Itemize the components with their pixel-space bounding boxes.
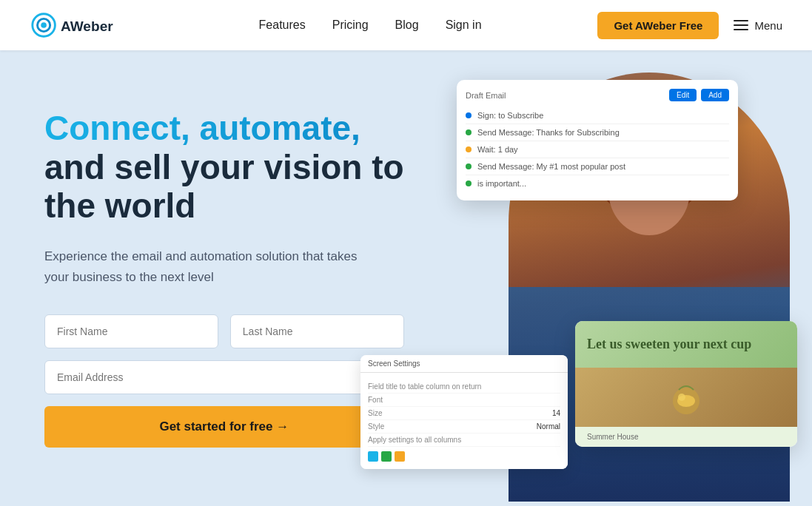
email-card-image bbox=[575, 368, 797, 427]
swatch-blue bbox=[368, 451, 378, 462]
editor-title: Screen Settings bbox=[368, 360, 420, 368]
menu-button[interactable]: Menu bbox=[734, 19, 782, 32]
svg-text:AWeber: AWeber bbox=[61, 18, 113, 34]
hero-title: Connect, automate, and sell your vision … bbox=[44, 109, 404, 226]
navbar: AWeber Features Pricing Blog Sign in Get… bbox=[0, 0, 812, 50]
nav-right: Get AWeber Free Menu bbox=[597, 12, 782, 39]
email-input[interactable] bbox=[44, 360, 404, 394]
editor-label-font: Font bbox=[368, 396, 383, 404]
hero-title-line1: Connect, automate, bbox=[44, 109, 360, 147]
nav-blog[interactable]: Blog bbox=[395, 18, 419, 32]
last-name-input[interactable] bbox=[230, 314, 404, 348]
editor-label-size: Size bbox=[368, 409, 382, 417]
seq-dot-3 bbox=[466, 146, 472, 152]
editor-val-size: 14 bbox=[552, 409, 560, 417]
editor-panel-card: Screen Settings Field title to table col… bbox=[360, 355, 568, 469]
svg-point-2 bbox=[41, 22, 47, 28]
email-card-footer: Summer House bbox=[575, 427, 797, 447]
first-name-input[interactable] bbox=[44, 314, 218, 348]
get-started-button[interactable]: Get started for free → bbox=[44, 406, 404, 448]
name-fields-row bbox=[44, 314, 404, 348]
seq-row-2: Send Message: Thanks for Subscribing bbox=[466, 124, 729, 141]
editor-content: Field title to table column on return Fo… bbox=[360, 373, 568, 469]
editor-val-style: Normal bbox=[537, 422, 560, 431]
nav-links: Features Pricing Blog Sign in bbox=[259, 18, 482, 32]
editor-row-3: Size 14 bbox=[368, 407, 560, 420]
hero-content: Connect, automate, and sell your vision … bbox=[44, 109, 404, 493]
editor-row-5: Apply settings to all columns bbox=[368, 434, 560, 447]
hero-image-area: Draft Email Edit Add Sign: to Subscribe … bbox=[397, 50, 812, 506]
seq-row-4: Send Message: My #1 most popular post bbox=[466, 158, 729, 175]
seq-label-4: Send Message: My #1 most popular post bbox=[477, 162, 625, 171]
hero-title-line3: the world bbox=[44, 186, 195, 225]
seq-dot-2 bbox=[466, 129, 472, 135]
seq-label-5: is important... bbox=[477, 179, 526, 188]
seq-row-1: Sign: to Subscribe bbox=[466, 107, 729, 124]
card-label: Draft Email bbox=[466, 91, 506, 100]
seq-label-3: Wait: 1 day bbox=[477, 145, 518, 154]
menu-label: Menu bbox=[754, 19, 782, 32]
add-button[interactable]: Add bbox=[701, 89, 729, 101]
color-swatches bbox=[368, 451, 560, 462]
svg-point-6 bbox=[678, 394, 685, 401]
editor-label-style: Style bbox=[368, 422, 384, 431]
editor-row-2: Font bbox=[368, 394, 560, 407]
swatch-orange bbox=[395, 451, 405, 462]
editor-toolbar: Screen Settings bbox=[360, 355, 568, 373]
nav-features[interactable]: Features bbox=[259, 18, 306, 32]
automation-sequence-card: Draft Email Edit Add Sign: to Subscribe … bbox=[457, 80, 738, 200]
editor-label-apply: Apply settings to all columns bbox=[368, 436, 461, 444]
hero-title-line2: and sell your vision to bbox=[44, 148, 404, 186]
seq-label-1: Sign: to Subscribe bbox=[477, 111, 543, 120]
seq-row-5: is important... bbox=[466, 175, 729, 192]
logo-svg: AWeber bbox=[30, 10, 143, 41]
tea-illustration bbox=[664, 375, 708, 419]
seq-dot-4 bbox=[466, 163, 472, 169]
editor-row-1: Field title to table column on return bbox=[368, 380, 560, 394]
editor-row-4: Style Normal bbox=[368, 420, 560, 434]
seq-row-3: Wait: 1 day bbox=[466, 141, 729, 158]
hero-section: Connect, automate, and sell your vision … bbox=[0, 50, 812, 506]
seq-label-2: Send Message: Thanks for Subscribing bbox=[477, 128, 620, 137]
hero-subtitle: Experience the email and automation solu… bbox=[44, 246, 370, 288]
edit-button[interactable]: Edit bbox=[669, 89, 697, 101]
email-template-card: Let us sweeten your next cup Summer Hous… bbox=[575, 321, 797, 447]
card-actions: Edit Add bbox=[669, 89, 729, 101]
editor-label-1: Field title to table column on return bbox=[368, 382, 481, 391]
card-header: Draft Email Edit Add bbox=[466, 89, 729, 101]
swatch-green bbox=[381, 451, 392, 462]
seq-dot-1 bbox=[466, 112, 472, 118]
hamburger-icon bbox=[734, 20, 748, 30]
get-aweber-free-button[interactable]: Get AWeber Free bbox=[597, 12, 719, 39]
nav-signin[interactable]: Sign in bbox=[446, 18, 482, 32]
nav-pricing[interactable]: Pricing bbox=[332, 18, 369, 32]
email-card-headline: Let us sweeten your next cup bbox=[575, 321, 797, 368]
logo[interactable]: AWeber bbox=[30, 10, 143, 41]
seq-dot-5 bbox=[466, 181, 472, 186]
